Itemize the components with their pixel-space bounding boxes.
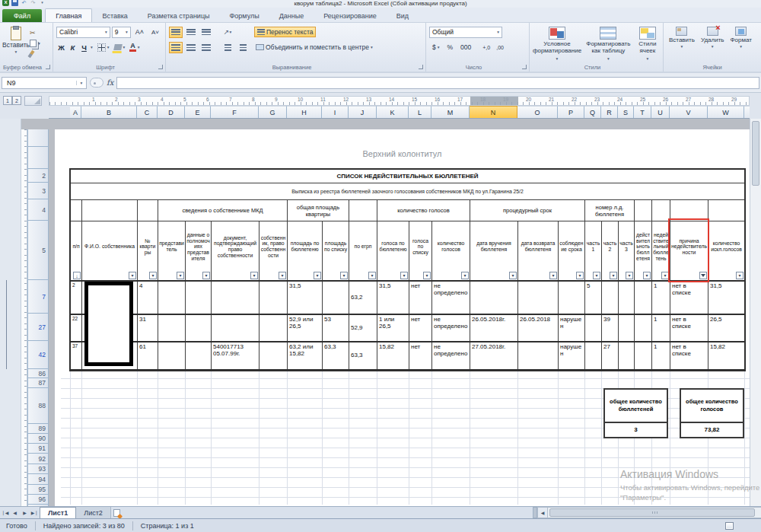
cell[interactable]: 61 xyxy=(138,342,158,370)
cell[interactable]: 52,9 xyxy=(349,314,377,342)
row-header-87[interactable]: 87 xyxy=(27,378,49,388)
underline-dropdown-icon[interactable]: ▾ xyxy=(91,45,93,49)
table-header-cell[interactable]: недействительный бюллетень▾ xyxy=(652,221,670,281)
cell[interactable]: 53 xyxy=(323,314,349,342)
insert-cells-button[interactable]: Вставить▾ xyxy=(667,25,697,49)
column-header-s[interactable]: S xyxy=(618,106,634,119)
table-header-cell[interactable]: голоса по списку▾ xyxy=(409,221,432,281)
filter-dropdown-icon[interactable]: ▾ xyxy=(177,272,184,279)
cell[interactable]: 1 или 26,5 xyxy=(377,314,409,342)
filter-dropdown-icon[interactable]: ▾ xyxy=(400,272,408,279)
row-header-3[interactable]: 3 xyxy=(27,183,49,199)
filter-dropdown-icon[interactable]: ▾ xyxy=(643,272,651,279)
summary-label[interactable]: общее количество бюллетеней xyxy=(605,390,667,423)
scroll-left-button[interactable]: ◀ xyxy=(537,507,548,518)
name-box-dropdown-icon[interactable]: ▾ xyxy=(76,81,86,85)
group-header[interactable]: номер л.д. бюллетеня xyxy=(585,200,635,221)
ribbon-tab-вставка[interactable]: Вставка xyxy=(92,9,137,22)
underline-button[interactable]: Ч xyxy=(79,43,89,52)
table-header-cell[interactable]: количество искл.голосов▾ xyxy=(708,221,745,281)
column-header-m[interactable]: M xyxy=(431,106,470,119)
ribbon-tab-формулы[interactable]: Формулы xyxy=(220,9,269,22)
percent-button[interactable]: % xyxy=(444,42,457,53)
cell[interactable]: 5 xyxy=(585,281,602,314)
row-header-86[interactable]: 86 xyxy=(27,369,49,378)
italic-button[interactable]: К xyxy=(68,43,78,52)
save-icon[interactable] xyxy=(11,0,18,6)
table-header-cell[interactable]: документ, подтверждающий право собственн… xyxy=(212,221,260,281)
summary-value[interactable]: 73,82 xyxy=(681,423,743,437)
row-header-blank[interactable] xyxy=(27,147,49,169)
filter-dropdown-icon[interactable]: ▾ xyxy=(314,272,321,279)
table-header-cell[interactable]: часть 1▾ xyxy=(585,221,602,281)
cell[interactable]: 15,82 xyxy=(708,342,745,370)
filter-dropdown-icon[interactable]: ▾ xyxy=(129,272,136,279)
select-all-button[interactable] xyxy=(24,96,42,106)
cell[interactable] xyxy=(518,342,559,370)
cell[interactable] xyxy=(585,342,602,370)
column-header-r[interactable]: R xyxy=(601,106,618,119)
filter-dropdown-icon[interactable]: ▾ xyxy=(626,272,633,279)
cell[interactable] xyxy=(186,314,212,342)
wrap-text-button[interactable]: Перенос текста xyxy=(254,27,316,37)
excel-logo-icon[interactable]: X xyxy=(2,0,9,6)
table-header-cell[interactable]: соблюдение срока▾ xyxy=(559,221,585,281)
cell[interactable]: нет в списке xyxy=(670,314,708,342)
decrease-indent-button[interactable] xyxy=(221,42,234,53)
cell[interactable]: 39 xyxy=(602,314,619,342)
format-as-table-button[interactable]: Форматировать как таблицу▾ xyxy=(584,25,632,61)
column-header-a[interactable]: A xyxy=(70,106,81,119)
table-header-cell[interactable]: часть 3▾ xyxy=(619,221,635,281)
sort-filter-icon[interactable]: ↓ xyxy=(73,272,81,279)
outline-level-2-button[interactable]: 2 xyxy=(12,96,21,105)
cell[interactable]: 63,3 xyxy=(349,342,377,370)
column-header-k[interactable]: K xyxy=(377,106,409,119)
filter-dropdown-icon[interactable]: ▾ xyxy=(461,272,469,279)
cell[interactable]: нет в списке xyxy=(670,342,708,370)
row-header-2[interactable]: 2 xyxy=(27,169,49,183)
cell[interactable]: 540017713 05.07.99г. xyxy=(212,342,260,370)
font-color-button[interactable]: А xyxy=(129,43,136,52)
align-center-button[interactable] xyxy=(184,42,198,53)
borders-button[interactable] xyxy=(97,43,106,52)
first-sheet-button[interactable]: ❘◀ xyxy=(0,507,10,518)
horizontal-scrollbar-thumb[interactable] xyxy=(549,508,755,517)
shrink-font-button[interactable]: A˅ xyxy=(148,27,162,37)
column-header-o[interactable]: O xyxy=(517,106,558,119)
column-header-i[interactable]: I xyxy=(322,106,349,119)
column-header-v[interactable]: V xyxy=(670,106,708,119)
fill-dropdown-icon[interactable]: ▾ xyxy=(123,45,126,49)
group-header[interactable]: количество голосов xyxy=(377,200,470,221)
filter-dropdown-icon[interactable]: ▾ xyxy=(593,272,600,279)
cell[interactable]: нет в списке xyxy=(670,281,708,314)
cell[interactable] xyxy=(323,281,349,314)
cell[interactable]: нарушен xyxy=(559,314,585,342)
table-header-cell[interactable]: п/п↓ xyxy=(71,221,82,281)
filter-dropdown-icon[interactable]: ▾ xyxy=(279,272,286,279)
increase-indent-button[interactable] xyxy=(236,42,250,53)
cell[interactable]: 26.05.2018г. xyxy=(470,314,518,342)
table-header-cell[interactable]: № квартиры▾ xyxy=(138,221,158,281)
row-header-92[interactable]: 92 xyxy=(27,454,49,464)
table-header-cell[interactable]: представитель▾ xyxy=(158,221,186,281)
cell[interactable]: 27.05.2018г. xyxy=(470,342,518,370)
redo-icon[interactable]: ↷ xyxy=(30,0,37,6)
cell[interactable] xyxy=(619,281,635,314)
row-header-27[interactable]: 27 xyxy=(27,314,49,341)
cell[interactable]: 31,5 xyxy=(377,281,409,314)
sheet-tab-лист1[interactable]: Лист1 xyxy=(40,507,76,518)
cell[interactable] xyxy=(158,281,186,314)
orientation-button[interactable]: ↗▾ xyxy=(221,27,234,38)
column-header-u[interactable]: U xyxy=(651,106,670,119)
align-bottom-button[interactable] xyxy=(199,27,213,38)
cell[interactable] xyxy=(260,314,288,342)
cell[interactable]: 63,2 или 15,82 xyxy=(288,342,323,370)
column-header-f[interactable]: F xyxy=(211,106,259,119)
row-header-88[interactable]: 88 xyxy=(27,388,49,424)
dialog-launcher-icon[interactable] xyxy=(522,65,527,69)
row-header-90[interactable]: 90 xyxy=(27,434,49,444)
group-header[interactable] xyxy=(708,200,745,221)
cell[interactable]: 52,9 или 26,5 xyxy=(288,314,323,342)
insert-sheet-button[interactable] xyxy=(111,507,123,518)
group-header[interactable] xyxy=(138,200,158,221)
